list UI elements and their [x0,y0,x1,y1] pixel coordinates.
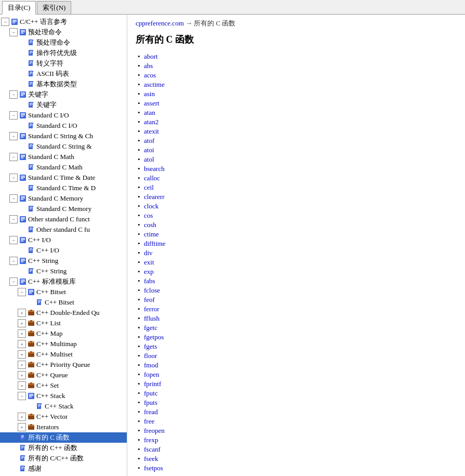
sidebar-item-cpp-stack[interactable]: −C++ Stack [0,391,127,401]
sidebar-item-std-c-io-child[interactable]: Standard C I/O [0,121,127,131]
sidebar-item-types[interactable]: 基本数据类型 [0,79,127,89]
sidebar-item-preproc[interactable]: −预处理命令 [0,27,127,37]
sidebar-item-cpp-priority-queue[interactable]: +C++ Priority Queue [0,360,127,370]
sidebar-item-cpp-io[interactable]: −C++ I/O [0,235,127,245]
sidebar-item-all-c[interactable]: 所有的 C 函数 [0,432,127,443]
function-link[interactable]: clock [144,202,158,210]
sidebar-item-iterators[interactable]: +Iterators [0,422,127,432]
function-link[interactable]: abort [144,52,158,60]
sidebar-item-ascii[interactable]: ASCII 码表 [0,69,127,79]
sidebar-item-all-c-cpp[interactable]: 所有的 C/C++ 函数 [0,453,127,464]
collapse-icon[interactable]: − [9,28,18,36]
expand-icon[interactable]: + [18,381,26,390]
sidebar-item-cpp-lang[interactable]: −C/C++ 语言参考 [0,17,127,27]
function-link[interactable]: asctime [144,81,165,88]
function-link[interactable]: exit [144,258,154,266]
function-link[interactable]: abs [144,62,153,70]
sidebar-item-cpp-set[interactable]: +C++ Set [0,380,127,391]
sidebar-item-other-std[interactable]: −Other standard C funct [0,214,127,224]
sidebar-item-cpp-io-child[interactable]: C++ I/O [0,245,127,256]
function-link[interactable]: fmod [144,361,158,369]
function-link[interactable]: fgetpos [144,333,164,341]
sidebar-item-other-std-child[interactable]: Other standard C fu [0,224,127,235]
tab-index[interactable]: 索引(N) [37,1,71,14]
collapse-icon[interactable]: − [9,153,18,161]
sidebar-item-std-c-string[interactable]: −Standard C String & Ch [0,131,127,141]
sidebar-item-cpp-vector[interactable]: +C++ Vector [0,412,127,422]
collapse-icon[interactable]: − [9,90,18,99]
function-link[interactable]: atol [144,155,154,163]
function-link[interactable]: frexp [144,436,158,444]
function-link[interactable]: cos [144,211,153,219]
sidebar-item-cpp-string[interactable]: −C++ String [0,256,127,266]
function-link[interactable]: difftime [144,240,166,247]
function-link[interactable]: fopen [144,371,160,378]
function-link[interactable]: acos [144,71,156,79]
sidebar-item-cpp-map[interactable]: +C++ Map [0,328,127,339]
sidebar-item-preproc-child[interactable]: 预处理命令 [0,37,127,48]
sidebar-item-cpp-bitset-child[interactable]: C++ Bitset [0,297,127,308]
function-link[interactable]: clearerr [144,193,165,201]
sidebar-item-operators[interactable]: 操作符优先级 [0,48,127,58]
function-link[interactable]: floor [144,352,157,360]
expand-icon[interactable]: + [18,350,26,359]
collapse-icon[interactable]: − [18,392,26,400]
function-link[interactable]: bsearch [144,165,165,173]
function-link[interactable]: atan2 [144,118,158,126]
sidebar-item-cpp-multiset[interactable]: +C++ Multiset [0,349,127,360]
expand-icon[interactable]: + [18,413,26,421]
function-link[interactable]: exp [144,268,154,275]
sidebar-item-cpp-queue[interactable]: +C++ Queue [0,370,127,380]
sidebar-item-thanks[interactable]: 感谢 [0,464,127,474]
function-link[interactable]: fflush [144,314,160,322]
collapse-icon[interactable]: − [18,288,26,296]
function-link[interactable]: fputc [144,389,158,397]
expand-icon[interactable]: + [18,329,26,338]
function-link[interactable]: fprintf [144,380,161,388]
sidebar-item-std-c-memory-child[interactable]: Standard C Memory [0,204,127,214]
sidebar-item-std-c-memory[interactable]: −Standard C Memory [0,193,127,204]
function-link[interactable]: feof [144,296,155,303]
sidebar-item-std-c-io[interactable]: −Standard C I/O [0,110,127,121]
sidebar-item-std-c-math-child[interactable]: Standard C Math [0,162,127,173]
sidebar-item-std-c-math[interactable]: −Standard C Math [0,152,127,162]
collapse-icon[interactable]: − [9,236,18,244]
expand-icon[interactable]: + [18,423,26,431]
sidebar-item-cpp-multimap[interactable]: +C++ Multimap [0,339,127,349]
sidebar-item-escape[interactable]: 转义字符 [0,58,127,69]
function-link[interactable]: ceil [144,183,154,191]
sidebar-item-all-cpp[interactable]: 所有的 C++ 函数 [0,443,127,453]
collapse-icon[interactable]: − [9,132,18,140]
expand-icon[interactable]: + [18,319,26,327]
function-link[interactable]: cosh [144,221,156,229]
function-link[interactable]: ferror [144,305,160,313]
function-link[interactable]: atoi [144,146,154,154]
function-link[interactable]: fgets [144,342,157,350]
function-link[interactable]: fseek [144,455,158,462]
expand-icon[interactable]: + [18,361,26,369]
function-link[interactable]: fread [144,408,158,416]
function-link[interactable]: assert [144,99,160,107]
function-link[interactable]: fputs [144,399,157,406]
function-link[interactable]: fclose [144,286,160,294]
sidebar-item-cpp-bitset[interactable]: −C++ Bitset [0,287,127,297]
sidebar-item-std-c-string-child[interactable]: Standard C String & [0,141,127,152]
sidebar-item-cpp-list[interactable]: +C++ List [0,318,127,328]
sidebar-item-cpp-deque[interactable]: +C++ Double-Ended Qu [0,308,127,318]
collapse-icon[interactable]: − [9,257,18,265]
function-link[interactable]: freopen [144,427,165,434]
function-link[interactable]: calloc [144,174,160,182]
sidebar-item-cpp-stack-child[interactable]: C++ Stack [0,401,127,412]
sidebar-item-cpp-string-child[interactable]: C++ String [0,266,127,276]
function-link[interactable]: fgetc [144,324,157,332]
sidebar-item-keywords[interactable]: −关键字 [0,89,127,100]
collapse-icon[interactable]: − [9,111,18,120]
sidebar-item-cpp-stl[interactable]: −C++ 标准模板库 [0,276,127,287]
collapse-icon[interactable]: − [9,174,18,182]
function-link[interactable]: free [144,417,154,425]
tab-contents[interactable]: 目录(C) [2,1,36,15]
expand-icon[interactable]: + [18,371,26,379]
expand-icon[interactable]: + [18,340,26,348]
collapse-icon[interactable]: − [9,215,18,223]
function-link[interactable]: asin [144,90,155,98]
